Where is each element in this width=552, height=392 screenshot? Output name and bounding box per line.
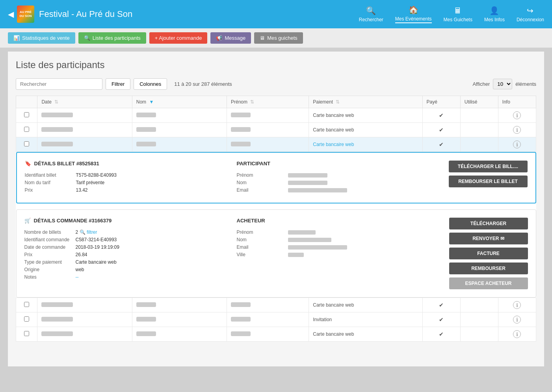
rembourser-commande-button[interactable]: REMBOURSER: [449, 263, 528, 274]
col-header-utilise[interactable]: Utilisé: [460, 96, 498, 108]
row-paye: ✔: [422, 298, 460, 312]
acheteur-nom-value: [288, 237, 331, 242]
info-icon[interactable]: ℹ: [513, 301, 521, 309]
col-header-prenom[interactable]: Prénom ⇅: [227, 96, 309, 108]
nav-mes-infos[interactable]: 👤 Mes Infos: [484, 6, 505, 22]
row-paiement: Invitation: [309, 312, 422, 327]
col-header-paye[interactable]: Payé: [422, 96, 460, 108]
col-header-paiement[interactable]: Paiement ⇅: [309, 96, 422, 108]
toolbar: 📊 Statistiques de vente 🔍 Liste des part…: [0, 28, 552, 48]
per-page-select[interactable]: 10 25 50: [493, 79, 512, 89]
row-info[interactable]: ℹ: [498, 312, 536, 327]
row-checkbox[interactable]: [24, 127, 29, 132]
commande-notes-row: Notes --: [24, 274, 225, 280]
row-nom: [132, 123, 227, 137]
nav-deconnexion[interactable]: ↪ Déconnexion: [517, 6, 544, 22]
commande-title: 🛒 DÉTAILS COMMANDE #3166379: [24, 218, 225, 224]
table-row: Carte bancaire web ✔ ℹ: [16, 123, 536, 137]
row-info[interactable]: ℹ: [498, 123, 536, 137]
row-checkbox[interactable]: [24, 112, 29, 117]
info-icon[interactable]: ℹ: [513, 141, 521, 148]
nav-mes-evenements[interactable]: 🏠 Mes Evénements: [395, 5, 432, 23]
row-utilise: [460, 108, 498, 123]
rembourser-billet-button[interactable]: REMBOURSER LE BILLET: [449, 176, 528, 187]
commande-prix-value: 26.84: [76, 252, 87, 257]
row-prenom: [227, 327, 309, 342]
stats-button[interactable]: 📊 Statistiques de vente: [8, 32, 75, 44]
search-input[interactable]: [16, 78, 102, 90]
col-header-nom[interactable]: Nom ▼: [132, 96, 227, 108]
commande-date-label: Date de commande: [24, 244, 76, 250]
row-checkbox[interactable]: [24, 141, 29, 146]
espace-acheteur-button[interactable]: ESPACE ACHETEUR: [449, 277, 528, 289]
filter-button[interactable]: Filtrer: [106, 78, 130, 90]
sort-date-icon: ⇅: [54, 99, 58, 105]
nav-rechercher[interactable]: 🔍 Rechercher: [359, 6, 383, 22]
telecharger-commande-button[interactable]: TÉLÉCHARGER: [449, 218, 528, 229]
row-nom-link[interactable]: [136, 142, 156, 147]
add-command-button[interactable]: + Ajouter commande: [149, 32, 208, 44]
nav-mes-guichets[interactable]: 🖩 Mes Guichets: [444, 6, 472, 22]
sort-prenom-icon: ⇅: [250, 99, 254, 105]
row-paye: ✔: [422, 137, 460, 152]
check-icon: ✔: [439, 112, 444, 118]
commande-date-row: Date de commande 2018-03-19 19:19:09: [24, 244, 225, 250]
facture-button[interactable]: FACTURE: [449, 248, 528, 259]
telecharger-billet-button[interactable]: TÉLÉCHARGER LE BILL....: [449, 161, 528, 172]
back-button[interactable]: ◀: [8, 9, 14, 19]
participant-prenom-row: Prénom: [237, 172, 437, 178]
participant-nom-row: Nom: [237, 180, 437, 185]
row-prenom-link[interactable]: [231, 142, 251, 147]
row-checkbox[interactable]: [24, 331, 29, 336]
commande-type-paiement-value: Carte bancaire web: [76, 259, 117, 265]
message-button[interactable]: 📢 Message: [210, 32, 251, 44]
info-icon[interactable]: ℹ: [513, 316, 521, 324]
info-icon[interactable]: ℹ: [513, 111, 521, 119]
commande-nb-billets-label: Nombre de billets: [24, 229, 76, 235]
commande-date-value: 2018-03-19 19:19:09: [76, 244, 119, 250]
participant-email-value: [288, 187, 347, 193]
columns-button[interactable]: Colonnes: [134, 78, 167, 90]
participant-title: PARTICIPANT: [237, 161, 437, 166]
row-checkbox[interactable]: [24, 316, 29, 322]
row-date: [37, 137, 132, 152]
info-icon[interactable]: ℹ: [513, 330, 521, 338]
guichets-button[interactable]: 🖥 Mes guichets: [254, 32, 303, 44]
info-icon[interactable]: ℹ: [513, 126, 521, 134]
participants-button[interactable]: 🔍 Liste des participants: [78, 32, 146, 44]
billet-details-panel: 🔖 DÉTAILS BILLET #8525831 Identifiant bi…: [16, 152, 536, 203]
commande-left-col: 🛒 DÉTAILS COMMANDE #3166379 Nombre de bi…: [24, 218, 225, 282]
row-info[interactable]: ℹ: [498, 137, 536, 152]
row-date-link[interactable]: [41, 142, 73, 147]
col-header-date[interactable]: Date ⇅: [37, 96, 132, 108]
renvoyer-button[interactable]: RENVOYER ✉: [449, 233, 528, 244]
check-icon: ✔: [439, 331, 444, 337]
row-checkbox-cell: [16, 108, 37, 123]
row-checkbox[interactable]: [24, 302, 29, 307]
row-utilise: [460, 312, 498, 327]
billet-actions: TÉLÉCHARGER LE BILL.... REMBOURSER LE BI…: [449, 161, 528, 187]
row-date: [37, 298, 132, 312]
row-info[interactable]: ℹ: [498, 108, 536, 123]
row-prenom: [227, 137, 309, 152]
commande-identifiant-row: Identifiant commande C587-3214-E40993: [24, 237, 225, 242]
filtrer-link[interactable]: filtrer: [87, 229, 97, 235]
commande-nb-billets-row: Nombre de billets 2 🔍 filtrer: [24, 229, 225, 235]
row-prenom: [227, 108, 309, 123]
row-info[interactable]: ℹ: [498, 327, 536, 342]
table-row-active: Carte bancaire web ✔ ℹ: [16, 137, 536, 152]
notes-link[interactable]: --: [76, 274, 79, 280]
commande-prix-row: Prix 26.84: [24, 252, 225, 257]
row-prenom: [227, 312, 309, 327]
participant-prenom-label: Prénom: [237, 172, 288, 178]
filter-icon: 🔍: [80, 229, 85, 235]
pagination-info: 11 à 20 sur 287 éléments: [174, 81, 469, 87]
row-info[interactable]: ℹ: [498, 298, 536, 312]
header: ◀ AU PRÉDU SON Festival - Au Pré du Son …: [0, 0, 552, 28]
table-row: Carte bancaire web ✔ ℹ: [16, 108, 536, 123]
commande-nb-billets-value: 2 🔍 filtrer: [76, 229, 97, 235]
commande-origine-value: web: [76, 267, 84, 272]
sort-paiement-icon: ⇅: [336, 99, 340, 105]
commande-right-col: ACHETEUR Prénom Nom: [237, 218, 437, 259]
row-paiement-link[interactable]: Carte bancaire web: [313, 142, 354, 147]
